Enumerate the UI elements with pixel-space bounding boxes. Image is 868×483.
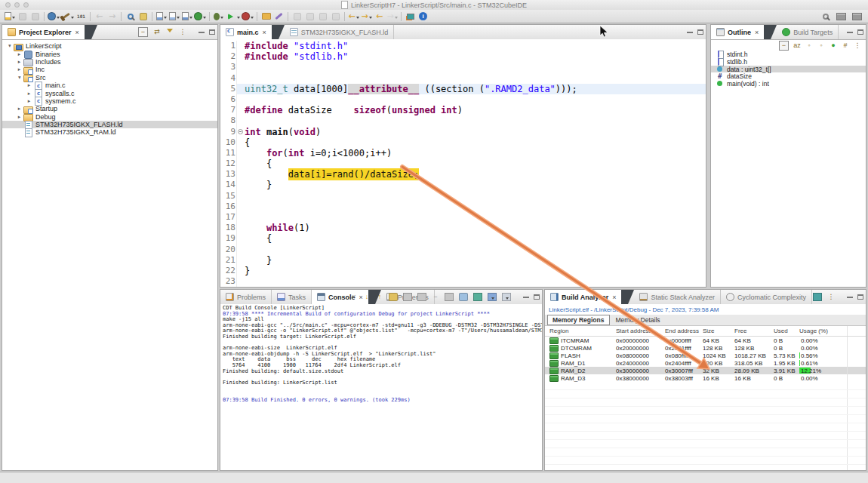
code-line-4[interactable]: 4: [220, 73, 706, 84]
open-console-icon[interactable]: [488, 293, 497, 301]
expand-arrow-icon[interactable]: ▸: [16, 73, 23, 82]
tree-item-stm32h735igkx-ram-ld[interactable]: STM32H735IGKX_RAM.ld: [2, 128, 217, 136]
code-line-9[interactable]: 9int main(void): [220, 127, 706, 137]
maximize-panel-icon[interactable]: [534, 294, 540, 300]
table-row-itcmram[interactable]: ITCMRAM0x000000000x0000ffff64 KB64 KB0 B…: [545, 337, 866, 344]
debug-icon[interactable]: [212, 11, 225, 22]
view-menu-icon[interactable]: ⋮: [179, 28, 186, 36]
hide-static-members-icon[interactable]: ◦: [817, 42, 825, 50]
table-row-ram-d3[interactable]: RAM_D30x380000000x38003fff16 KB16 KB0 B0…: [545, 374, 866, 382]
filter-icon[interactable]: [166, 28, 174, 36]
close-tab-icon[interactable]: ×: [755, 29, 759, 36]
build-all-icon[interactable]: 101: [75, 11, 88, 22]
pin-console-icon[interactable]: [459, 293, 468, 301]
maximize-panel-icon[interactable]: [857, 294, 863, 300]
previous-annotation-icon[interactable]: ↑: [376, 293, 383, 301]
minimize-panel-icon[interactable]: [523, 297, 529, 298]
outline-item-main-void-int[interactable]: main(void) : int: [711, 80, 866, 88]
tree-item-includes[interactable]: ▸Includes: [2, 58, 217, 66]
next-annotation-icon[interactable]: ↓: [363, 293, 371, 301]
search-icon[interactable]: [124, 11, 137, 22]
tab-project-explorer[interactable]: Project Explorer×: [2, 25, 85, 39]
maximize-panel-icon[interactable]: [209, 29, 215, 35]
code-line-12[interactable]: 12 {: [220, 158, 706, 169]
expand-arrow-icon[interactable]: ▸: [25, 90, 33, 97]
forward-icon[interactable]: →: [360, 11, 373, 22]
launch-mode-icon[interactable]: [47, 11, 60, 22]
outline-item-stdint-h[interactable]: stdint.h: [711, 51, 866, 58]
code-line-3[interactable]: 3: [220, 62, 706, 72]
code-line-20[interactable]: 20: [220, 245, 706, 255]
view-menu-icon[interactable]: ⋮: [854, 42, 861, 50]
code-editor[interactable]: 1#include "stdint.h"2#include "stdlib.h"…: [220, 39, 706, 287]
expand-arrow-icon[interactable]: ▸: [15, 113, 23, 121]
minimize-panel-icon[interactable]: [199, 32, 205, 33]
tree-item-syscalls-c[interactable]: ▸syscalls.c: [2, 89, 217, 97]
outline-item-stdlib-h[interactable]: stdlib.h: [711, 58, 866, 66]
code-line-7[interactable]: 7#define dataSize sizeof(unsigned int): [220, 105, 706, 115]
tree-item-debug[interactable]: ▸Debug: [2, 113, 217, 121]
open-folder-icon[interactable]: [260, 11, 272, 22]
pin-editor-icon[interactable]: [404, 11, 417, 22]
code-line-14[interactable]: 14 }: [220, 180, 706, 190]
tree-item-binaries[interactable]: ▸Binaries: [2, 50, 217, 57]
run-icon[interactable]: [225, 11, 241, 22]
quick-access-search-icon[interactable]: [819, 11, 832, 22]
code-line-17[interactable]: 17: [220, 212, 706, 223]
minimize-panel-icon[interactable]: [847, 297, 853, 298]
tree-item-linkerscript[interactable]: ▸LinkerScript: [2, 42, 217, 50]
outline-item-data-uint32-t[interactable]: data : uint32_t[]: [711, 66, 866, 73]
info-icon[interactable]: i: [417, 11, 429, 22]
perspective-cpp-icon[interactable]: [851, 11, 863, 22]
expand-arrow-icon[interactable]: ▸: [15, 66, 23, 73]
sort-icon[interactable]: az: [793, 42, 801, 50]
code-line-6[interactable]: 6: [220, 94, 706, 105]
code-line-5[interactable]: 5uint32_t data[1000]__attribute__ ((sect…: [220, 84, 706, 94]
link-with-editor-icon[interactable]: ⇄: [153, 28, 161, 36]
close-tab-icon[interactable]: ×: [263, 29, 266, 36]
close-tab-icon[interactable]: ×: [612, 294, 616, 301]
tab-problems[interactable]: Problems: [220, 290, 272, 304]
expand-arrow-icon[interactable]: ▸: [25, 97, 33, 105]
table-row-flash[interactable]: FLASH0x080000000x080fffff1024 KB1018.27 …: [545, 352, 866, 359]
minimize-panel-icon[interactable]: [687, 32, 693, 33]
remove-launch-icon[interactable]: [445, 293, 454, 301]
profile-icon[interactable]: [241, 11, 254, 22]
tab-stm32h735igkx-flash-ld[interactable]: STM32H735IGKX_FLASH.ld: [285, 25, 395, 39]
new-c-file-icon[interactable]: [155, 11, 168, 22]
code-line-23[interactable]: 23: [220, 276, 706, 287]
close-tab-icon[interactable]: ×: [75, 29, 79, 36]
minimize-panel-icon[interactable]: [847, 32, 853, 33]
expand-arrow-icon[interactable]: ▸: [15, 51, 23, 58]
expand-arrow-icon[interactable]: ▸: [15, 58, 23, 66]
collapse-all-icon[interactable]: −: [779, 41, 789, 51]
tab-build-targets[interactable]: Build Targets: [777, 25, 839, 39]
view-menu-icon[interactable]: ⋮: [827, 293, 835, 301]
activate-on-output-icon[interactable]: [389, 293, 398, 301]
outline-item-datasize[interactable]: dataSize: [711, 72, 866, 80]
table-row-ram-d1[interactable]: RAM_D10x240000000x2404ffff320 KB318.05 K…: [545, 359, 866, 367]
maximize-panel-icon[interactable]: [697, 29, 703, 35]
expand-arrow-icon[interactable]: ▸: [6, 42, 14, 51]
tree-item-main-c[interactable]: ▸main.c: [2, 82, 217, 89]
link-with-editor-icon[interactable]: [813, 293, 822, 301]
mark-occurrences-icon[interactable]: [137, 11, 149, 22]
code-line-10[interactable]: 10{: [220, 137, 706, 148]
code-line-19[interactable]: 19 {: [220, 233, 706, 244]
hide-non-public-icon[interactable]: ●: [830, 42, 837, 50]
code-line-8[interactable]: 8: [220, 115, 706, 126]
tab-main-c[interactable]: main.c×: [220, 25, 272, 39]
expand-arrow-icon[interactable]: ▸: [25, 82, 33, 89]
tab-build-analyzer[interactable]: Build Analyzer×: [545, 290, 621, 304]
scroll-lock-icon[interactable]: [403, 293, 412, 301]
expand-arrow-icon[interactable]: ▸: [15, 105, 23, 112]
new-console-view-icon[interactable]: [502, 293, 511, 301]
tab-outline[interactable]: Outline×: [711, 25, 764, 39]
last-edit-location-icon[interactable]: ←: [373, 11, 386, 22]
format-wand-icon[interactable]: [272, 11, 285, 22]
code-line-16[interactable]: 16: [220, 202, 706, 212]
word-wrap-icon[interactable]: [417, 293, 426, 301]
table-row-dtcmram[interactable]: DTCMRAM0x200000000x2001ffff128 KB128 KB0…: [545, 344, 866, 352]
maximize-panel-icon[interactable]: [857, 29, 863, 35]
subtab-memory-details[interactable]: Memory Details: [611, 315, 665, 325]
